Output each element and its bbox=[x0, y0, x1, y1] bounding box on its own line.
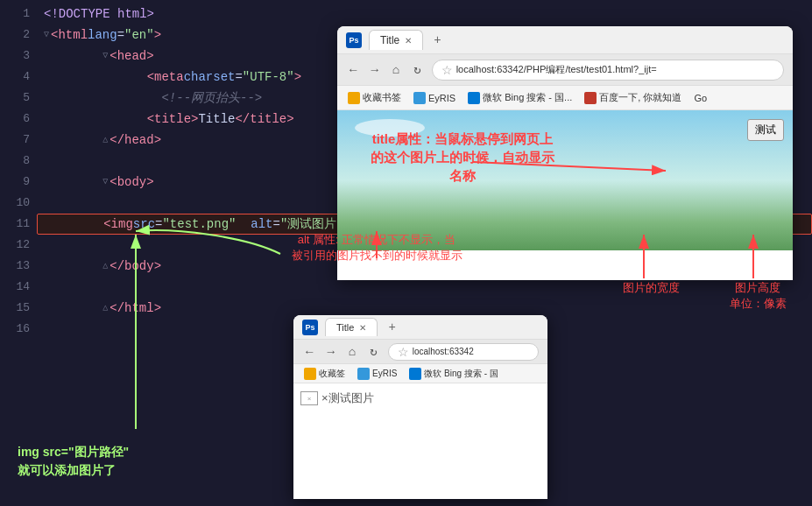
back-button-1[interactable]: ← bbox=[346, 61, 360, 79]
code-line-1: <!DOCTYPE html> bbox=[37, 4, 812, 25]
browser-content-1: 测试 bbox=[337, 110, 793, 280]
tab-close-2[interactable]: ✕ bbox=[359, 323, 366, 333]
star-icon-2: ☆ bbox=[398, 345, 409, 359]
bookmark-bing-2[interactable]: 微软 Bing 搜索 - 国 bbox=[406, 366, 501, 382]
url-text-2: localhost:63342 bbox=[413, 347, 474, 356]
folder-icon-2 bbox=[304, 368, 316, 380]
bookmarks-bar-2: 收藏签 EyRIS 微软 Bing 搜索 - 国 bbox=[293, 364, 547, 383]
browser-window-2: Ps Title ✕ + ← → ⌂ ↻ ☆ localhost:63342 收… bbox=[293, 315, 547, 499]
refresh-button-2[interactable]: ↻ bbox=[366, 342, 380, 361]
browser-tab-2[interactable]: Title ✕ bbox=[325, 318, 378, 336]
tab-add-1[interactable]: + bbox=[430, 33, 444, 47]
bookmark-eyris[interactable]: EyRIS bbox=[410, 90, 459, 106]
broken-img-text: ×测试图片 bbox=[321, 390, 374, 406]
bookmark-label-3: 百度一下, 你就知道 bbox=[599, 91, 681, 104]
tab-title-2: Title bbox=[336, 322, 354, 333]
browser-titlebar-1: Ps Title ✕ + bbox=[337, 26, 793, 54]
home-button-2[interactable]: ⌂ bbox=[345, 343, 359, 361]
baidu-icon bbox=[584, 92, 597, 104]
broken-image: × ×测试图片 bbox=[300, 390, 540, 406]
bing-icon-2 bbox=[409, 368, 421, 380]
bookmark-folder[interactable]: 收藏书签 bbox=[344, 89, 405, 106]
address-box-2[interactable]: ☆ localhost:63342 bbox=[388, 343, 539, 361]
bing-icon bbox=[468, 92, 480, 104]
eyris-icon bbox=[413, 92, 426, 104]
tab-add-2[interactable]: + bbox=[385, 320, 399, 334]
star-icon-1: ☆ bbox=[441, 63, 453, 77]
tab-title-1: Title bbox=[380, 34, 399, 46]
browser-content-2: × ×测试图片 bbox=[293, 383, 547, 413]
line-numbers: 1 2 3 4 5 6 7 8 9 10 11 12 13 14 15 16 bbox=[0, 0, 37, 506]
bookmarks-bar-1: 收藏书签 EyRIS 微软 Bing 搜索 - 国... 百度一下, 你就知道 … bbox=[337, 86, 793, 110]
folder-icon bbox=[348, 92, 360, 104]
browser-ps-icon-2: Ps bbox=[302, 320, 318, 335]
bookmark-go[interactable]: Go bbox=[690, 91, 710, 105]
url-text-1: localhost:63342/PHP编程/test/test01.html?_… bbox=[456, 63, 657, 76]
browser-addressbar-1: ← → ⌂ ↻ ☆ localhost:63342/PHP编程/test/tes… bbox=[337, 54, 793, 86]
browser-ps-icon-1: Ps bbox=[346, 32, 362, 48]
bookmark-label-0: 收藏书签 bbox=[363, 91, 401, 104]
broken-img-icon: × bbox=[300, 391, 318, 405]
browser-window-1: Ps Title ✕ + ← → ⌂ ↻ ☆ localhost:63342/P… bbox=[337, 26, 793, 280]
back-button-2[interactable]: ← bbox=[302, 343, 316, 361]
bookmark-baidu[interactable]: 百度一下, 你就知道 bbox=[581, 89, 685, 106]
bookmark-label-4: Go bbox=[694, 93, 707, 103]
eyris-icon-2 bbox=[357, 368, 370, 380]
forward-button-1[interactable]: → bbox=[367, 61, 381, 79]
test-button[interactable]: 测试 bbox=[747, 119, 784, 141]
browser-titlebar-2: Ps Title ✕ + bbox=[293, 315, 547, 340]
bookmark-label-1: EyRIS bbox=[428, 93, 455, 103]
bookmark-bing[interactable]: 微软 Bing 搜索 - 国... bbox=[464, 89, 575, 106]
browser-tab-1[interactable]: Title ✕ bbox=[369, 30, 423, 50]
browser-addressbar-2: ← → ⌂ ↻ ☆ localhost:63342 bbox=[293, 340, 547, 364]
forward-button-2[interactable]: → bbox=[323, 343, 337, 361]
refresh-button-1[interactable]: ↻ bbox=[410, 60, 424, 79]
bookmark-label-2: 微软 Bing 搜索 - 国... bbox=[483, 91, 572, 104]
address-box-1[interactable]: ☆ localhost:63342/PHP编程/test/test01.html… bbox=[432, 60, 784, 81]
bookmark-folder-2[interactable]: 收藏签 bbox=[300, 366, 349, 382]
home-button-1[interactable]: ⌂ bbox=[389, 61, 403, 79]
bookmark-eyris-2[interactable]: EyRIS bbox=[354, 366, 400, 382]
landscape-image: 测试 bbox=[337, 110, 793, 250]
clouds bbox=[355, 119, 425, 137]
tab-close-1[interactable]: ✕ bbox=[405, 36, 412, 46]
